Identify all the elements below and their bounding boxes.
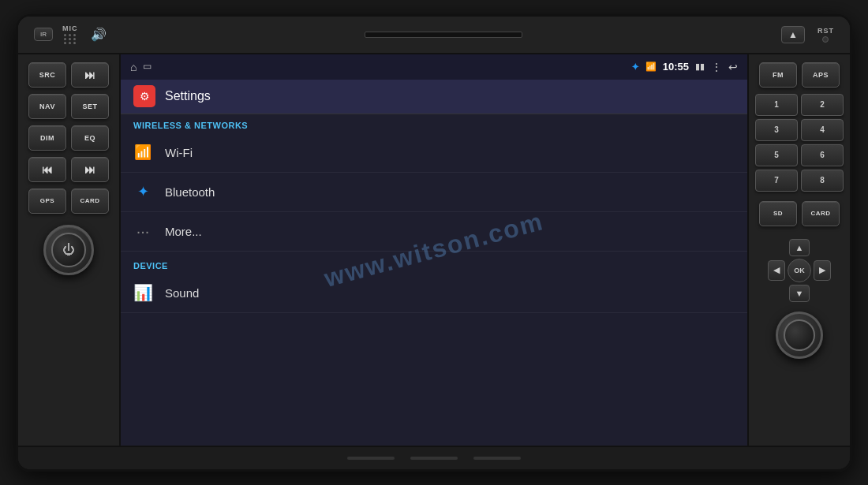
power-knob-area: ⏻	[43, 225, 94, 275]
num-5-button[interactable]: 5	[755, 144, 798, 166]
more-label: More...	[165, 225, 202, 238]
sound-item[interactable]: 📊 Sound	[121, 274, 747, 313]
rst-button[interactable]	[822, 36, 829, 43]
nav-right-button[interactable]: ▶	[814, 260, 831, 281]
wifi-label: Wi-Fi	[165, 146, 193, 159]
skip-fwd-button[interactable]: ⏭	[71, 62, 109, 88]
btn-row-1: SRC ⏭	[28, 62, 109, 88]
eject-button[interactable]: ▲	[781, 26, 805, 43]
home-icon[interactable]: ⌂	[130, 61, 137, 73]
left-panel: SRC ⏭ NAV SET DIM EQ ⏮ ⏭ GPS CARD	[18, 54, 121, 446]
bluetooth-icon: ✦	[133, 183, 152, 200]
num-3-button[interactable]: 3	[755, 119, 798, 141]
rst-label: RST	[817, 27, 834, 35]
android-screen: ⌂ ▭ ✦ 📶 10:55 ▮▮ ⋮ ↩ ⚙	[121, 54, 747, 446]
nav-down-button[interactable]: ▼	[789, 285, 810, 302]
num-8-button[interactable]: 8	[801, 170, 844, 192]
ff-button[interactable]: ⏭	[71, 157, 109, 182]
card-button[interactable]: CARD	[71, 188, 109, 214]
btn-row-4: ⏮ ⏭	[28, 157, 109, 182]
bottom-dot-2	[410, 457, 458, 460]
num-6-button[interactable]: 6	[801, 144, 844, 166]
status-bar-right: ✦ 📶 10:55 ▮▮ ⋮ ↩	[631, 61, 738, 73]
battery-status-icon: ▮▮	[695, 62, 705, 72]
settings-icon-box: ⚙	[133, 85, 155, 107]
status-bar: ⌂ ▭ ✦ 📶 10:55 ▮▮ ⋮ ↩	[121, 54, 747, 80]
top-bar-right: ▲ RST	[781, 26, 834, 43]
bluetooth-item[interactable]: ✦ Bluetooth	[121, 173, 747, 212]
settings-gear-icon: ⚙	[140, 90, 150, 103]
sound-label: Sound	[165, 286, 199, 300]
rst-area: RST	[817, 27, 834, 43]
ok-button[interactable]: OK	[788, 259, 811, 282]
gps-button[interactable]: GPS	[28, 188, 66, 214]
sound-icon: 📊	[133, 283, 152, 302]
aps-button[interactable]: APS	[802, 62, 840, 88]
eq-button[interactable]: EQ	[71, 125, 109, 151]
fm-aps-row: FM APS	[759, 62, 840, 88]
num-2-button[interactable]: 2	[801, 94, 844, 116]
nav-button[interactable]: NAV	[28, 94, 66, 119]
dim-button[interactable]: DIM	[28, 125, 66, 151]
rew-button[interactable]: ⏮	[28, 157, 66, 182]
wifi-item[interactable]: 📶 Wi-Fi	[121, 133, 747, 173]
btn-row-2: NAV SET	[28, 94, 109, 119]
btn-row-3: DIM EQ	[28, 125, 109, 151]
sd-button[interactable]: SD	[759, 201, 797, 226]
settings-header: ⚙ Settings	[121, 80, 747, 114]
top-bar: IR MIC 🔊 ▲ RST	[18, 17, 850, 54]
main-content: SRC ⏭ NAV SET DIM EQ ⏮ ⏭ GPS CARD	[18, 54, 850, 446]
right-panel: FM APS 1 2 3 4 5 6 7 8 SD CARD ▲ ▼ ◀	[747, 54, 850, 446]
volume-icon: 🔊	[91, 27, 107, 42]
sd-card-row: SD CARD	[759, 201, 840, 226]
settings-list: WIRELESS & NETWORKS 📶 Wi-Fi ✦ Bluetooth …	[121, 114, 747, 446]
gps-card-row: GPS CARD	[28, 188, 109, 214]
num-1-button[interactable]: 1	[755, 94, 798, 116]
src-button[interactable]: SRC	[28, 62, 66, 88]
bottom-dot-1	[347, 457, 395, 460]
power-knob[interactable]: ⏻	[43, 225, 94, 275]
clock-display: 10:55	[663, 61, 689, 73]
mic-dots	[64, 34, 77, 44]
status-bar-left: ⌂ ▭	[130, 61, 152, 73]
bottom-bar	[18, 446, 850, 469]
ir-mic-area: IR MIC	[34, 24, 78, 44]
screen-cast-icon[interactable]: ▭	[143, 61, 152, 73]
wireless-section-header: WIRELESS & NETWORKS	[121, 114, 747, 133]
wifi-icon: 📶	[133, 144, 152, 161]
overflow-menu-icon[interactable]: ⋮	[711, 61, 722, 73]
num-7-button[interactable]: 7	[755, 170, 798, 192]
right-card-button[interactable]: CARD	[802, 201, 840, 226]
nav-left-button[interactable]: ◀	[768, 260, 785, 281]
wifi-status-icon: 📶	[645, 62, 657, 72]
fm-button[interactable]: FM	[759, 62, 797, 88]
back-icon[interactable]: ↩	[728, 61, 738, 73]
more-icon: ···	[133, 222, 152, 241]
top-bar-left: IR MIC 🔊	[34, 24, 107, 44]
bluetooth-label: Bluetooth	[165, 185, 215, 199]
nav-up-button[interactable]: ▲	[789, 239, 810, 256]
bottom-dot-3	[473, 457, 521, 460]
cd-slot	[365, 32, 522, 38]
more-item[interactable]: ··· More...	[121, 212, 747, 252]
nav-cross: ▲ ▼ ◀ ▶ OK	[768, 239, 831, 302]
head-unit: IR MIC 🔊 ▲ RST	[16, 14, 852, 472]
volume-knob-inner	[784, 319, 815, 351]
volume-knob[interactable]	[776, 312, 823, 359]
bluetooth-status-icon: ✦	[631, 62, 639, 73]
device-section-header: DEVICE	[121, 255, 747, 274]
number-grid: 1 2 3 4 5 6 7 8	[755, 94, 844, 192]
power-inner: ⏻	[51, 233, 86, 267]
set-button[interactable]: SET	[71, 94, 109, 119]
screen: ⌂ ▭ ✦ 📶 10:55 ▮▮ ⋮ ↩ ⚙	[121, 54, 747, 446]
power-icon: ⏻	[62, 243, 75, 257]
mic-label: MIC	[62, 24, 78, 32]
num-4-button[interactable]: 4	[801, 119, 844, 141]
ir-button[interactable]: IR	[34, 28, 53, 41]
settings-title: Settings	[165, 89, 211, 103]
